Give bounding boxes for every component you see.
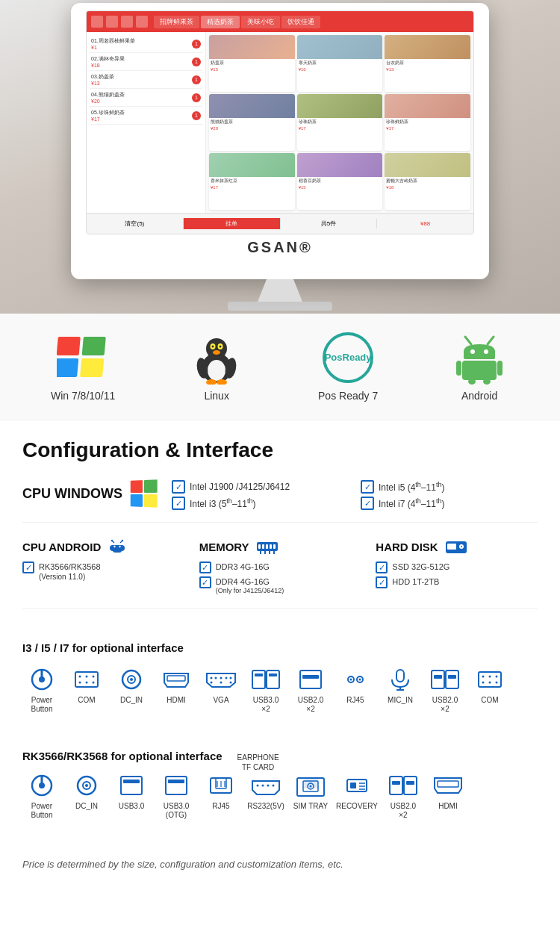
- svg-point-88: [482, 675, 485, 677]
- checkbox-3: [172, 497, 185, 510]
- svg-rect-126: [438, 781, 458, 787]
- svg-rect-102: [166, 777, 187, 794]
- hd-check-2: [376, 576, 388, 588]
- iface-com-2: COM: [470, 666, 509, 705]
- linux-icon: [187, 332, 246, 384]
- svg-rect-2: [57, 358, 78, 377]
- android-check: [22, 561, 34, 573]
- rk-sim-icon: [294, 772, 327, 799]
- cpu-option-1: Intel J1900 /J4125/J6412: [172, 480, 349, 494]
- rk-interface-icons: PowerButton DC_IN USB3.0: [22, 772, 538, 820]
- checkbox-4: [361, 497, 374, 510]
- rk-usb3-otg-icon: [160, 772, 193, 799]
- svg-point-54: [93, 675, 95, 677]
- hd-option-1: SSD 32G-512G: [376, 561, 538, 573]
- svg-point-66: [230, 676, 232, 679]
- usb2-icon-2: [429, 666, 461, 693]
- cpu-windows-options: Intel J1900 /J4125/J6412 Intel i5 (4th–1…: [172, 480, 538, 510]
- svg-rect-84: [434, 675, 442, 679]
- rk-rj45-icon: [205, 772, 237, 799]
- svg-point-89: [489, 675, 491, 677]
- iface-usb2-1: USB2.0×2: [291, 666, 330, 714]
- config-title: Configuration & Interface: [22, 438, 538, 462]
- rk-recovery: RECOVERY: [336, 772, 378, 811]
- rj45-label-1: RJ45: [346, 696, 364, 705]
- iface-power-btn: PowerButton: [22, 666, 61, 714]
- usb2-label-2: USB2.0×2: [432, 696, 458, 714]
- usb3-icon-1: [249, 666, 282, 693]
- svg-point-52: [79, 675, 81, 677]
- svg-rect-73: [269, 673, 277, 676]
- brand-label: GSAN®: [247, 239, 313, 256]
- iface-vga: VGA: [202, 666, 240, 705]
- memory-options: DDR3 4G-16G DDR4 4G-16G(Only for J4125/J…: [199, 561, 361, 596]
- svg-rect-21: [456, 361, 461, 376]
- rk-rs232-label: RS232(5V): [247, 802, 284, 811]
- svg-point-112: [273, 784, 275, 786]
- rk-title: RK3566/RK3568 for optional interface: [22, 750, 223, 762]
- hard-disk-text: HARD DISK: [376, 541, 438, 553]
- pos-monitor: 招牌鲜果茶 精选奶茶 美味小吃 饮饮佳通 01.周老西柚鲜果茶¥11 02.满杯…: [71, 3, 489, 279]
- os-item-posready: PosReady Pos Ready 7: [318, 332, 378, 402]
- svg-rect-71: [255, 673, 263, 676]
- svg-rect-122: [390, 777, 402, 794]
- svg-rect-70: [252, 671, 265, 688]
- os-options-section: Win 7/8/10/11: [0, 314, 560, 420]
- svg-rect-35: [258, 544, 261, 549]
- rk-rj45: RJ45: [202, 772, 240, 811]
- iface-dc: DC_IN: [112, 666, 151, 705]
- svg-point-53: [86, 675, 88, 677]
- svg-point-62: [211, 676, 213, 679]
- svg-rect-36: [262, 544, 264, 549]
- svg-rect-42: [269, 551, 270, 554]
- cpu-android-label: CPU ANDROID: [22, 538, 184, 556]
- svg-rect-83: [432, 671, 444, 688]
- svg-point-78: [350, 678, 352, 680]
- i3-interface-section: I3 / I5 / I7 for optional interface Powe…: [0, 635, 560, 744]
- svg-rect-3: [80, 358, 104, 377]
- svg-rect-101: [123, 780, 140, 783]
- svg-rect-23: [468, 379, 476, 385]
- svg-point-64: [220, 676, 223, 679]
- posready-icon: PosReady: [318, 332, 378, 384]
- svg-point-90: [496, 675, 498, 677]
- rk-rs232: RS232(5V): [246, 772, 285, 811]
- svg-point-47: [461, 546, 462, 547]
- cpu-windows-row: CPU WINDOWS Intel J1900 /J4125/J6412 Int…: [22, 480, 538, 523]
- svg-rect-41: [264, 551, 266, 554]
- checkbox-2: [361, 480, 374, 494]
- svg-rect-124: [404, 777, 417, 794]
- svg-point-99: [85, 784, 88, 787]
- svg-point-5: [208, 360, 225, 381]
- svg-point-9: [212, 346, 214, 348]
- svg-point-60: [130, 678, 133, 681]
- svg-rect-85: [446, 671, 458, 688]
- svg-point-10: [220, 346, 222, 348]
- i3-interface-icons: PowerButton COM: [22, 666, 538, 714]
- linux-label: Linux: [204, 390, 228, 402]
- dc-label: DC_IN: [120, 696, 143, 705]
- svg-point-57: [93, 681, 95, 683]
- usb2-icon-1: [294, 666, 327, 693]
- rk-recovery-label: RECOVERY: [336, 802, 378, 811]
- rk-sim-tray: SIM TRAY: [291, 772, 330, 811]
- memory-col: MEMORY DDR3 4G-16G: [199, 538, 361, 596]
- svg-point-28: [114, 546, 116, 547]
- usb3-label-1: USB3.0×2: [253, 696, 279, 714]
- dc-icon: [115, 666, 148, 693]
- svg-point-68: [220, 681, 223, 683]
- svg-rect-87: [479, 672, 501, 687]
- svg-rect-24: [483, 379, 491, 385]
- svg-line-17: [488, 337, 494, 344]
- svg-point-63: [215, 676, 217, 679]
- svg-rect-0: [57, 337, 81, 355]
- com-label-2: COM: [481, 696, 498, 705]
- rk-dc: DC_IN: [67, 772, 106, 811]
- svg-point-55: [79, 681, 81, 683]
- cpu-option-3: Intel i3 (5th–11th): [172, 497, 349, 510]
- config-section: Configuration & Interface CPU WINDOWS In…: [0, 420, 560, 635]
- vga-label: VGA: [213, 696, 228, 705]
- svg-point-92: [489, 681, 491, 683]
- rk-header: RK3566/RK3568 for optional interface EAR…: [22, 750, 538, 772]
- checkbox-1: [172, 480, 185, 494]
